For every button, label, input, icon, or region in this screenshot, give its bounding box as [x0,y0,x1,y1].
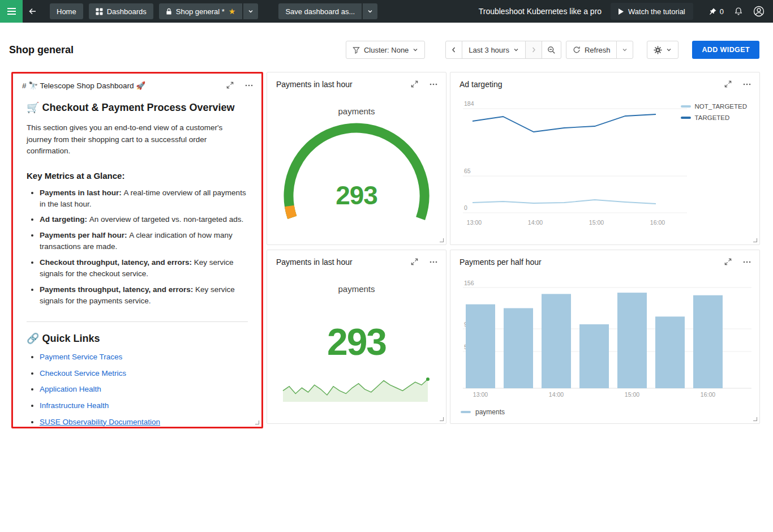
expand-icon [410,258,419,266]
quick-link-item: Infrastructure Health [40,400,248,411]
time-range-label: Last 3 hours [469,46,509,54]
dashboard-settings-button[interactable] [647,41,678,59]
expand-widget-button[interactable] [226,81,234,90]
resize-handle[interactable] [440,417,444,421]
dashboard-name-caret[interactable] [243,3,258,19]
pinned-items-button[interactable]: 0 [703,0,729,23]
svg-text:13:00: 13:00 [473,391,488,398]
svg-text:15:00: 15:00 [589,219,604,226]
ellipsis-icon [429,258,438,267]
chevron-down-icon [413,47,418,53]
quick-link[interactable]: Application Health [40,385,101,393]
refresh-options-caret[interactable] [616,41,633,59]
chart-legend: NOT_TARGETED TARGETED [681,103,747,121]
avatar-icon [753,6,765,17]
svg-text:65: 65 [464,168,471,174]
ellipsis-icon [742,80,751,89]
time-range-group: Last 3 hours [445,41,561,59]
resize-handle[interactable] [440,238,444,242]
time-back-button[interactable] [445,41,462,59]
zoom-out-button[interactable] [542,41,561,59]
lock-icon [166,8,172,15]
widget-menu-button[interactable] [244,81,254,90]
refresh-label: Refresh [585,46,611,54]
svg-text:16:00: 16:00 [650,219,665,226]
quick-link-item: Payment Service Traces [40,351,248,363]
promo-text: Troubleshoot Kubernetes like a pro [479,7,602,16]
svg-text:156: 156 [464,280,474,286]
expand-icon [410,80,419,88]
tutorial-label: Watch the tutorial [628,7,685,16]
svg-text:16:00: 16:00 [701,391,715,398]
widget-menu-button[interactable] [429,258,438,267]
page-title: Shop general [9,44,74,56]
payments-per-half-hour-widget: Payments per half hour 579215613:0014:00… [450,250,760,424]
watch-tutorial-button[interactable]: Watch the tutorial [611,3,693,20]
legend-label: payments [475,408,505,416]
chevron-down-icon [248,8,254,14]
bell-icon [734,7,743,16]
payments-swatch [461,411,471,413]
quick-link[interactable]: Checkout Service Metrics [40,369,126,377]
expand-widget-button[interactable] [410,258,419,267]
dashboard-name-button[interactable]: Shop general * ★ [159,3,243,19]
refresh-icon [573,46,581,54]
quick-link-item: Application Health [40,384,248,395]
expand-widget-button[interactable] [724,258,732,267]
gear-icon [654,46,662,54]
dashboards-button[interactable]: Dashboards [89,3,153,19]
back-button[interactable] [23,0,43,23]
resize-handle[interactable] [753,238,757,242]
add-widget-button[interactable]: ADD WIDGET [692,41,759,59]
widget-title: Payments per half hour [459,258,542,267]
legend-item: NOT_TARGETED [681,103,747,110]
markdown-intro: This section gives you an end-to-end vie… [27,122,248,157]
arrow-left-icon [28,7,37,16]
pin-icon [708,7,717,16]
widget-title: Ad targeting [459,80,503,89]
expand-widget-button[interactable] [724,80,732,89]
svg-text:15:00: 15:00 [625,391,639,398]
resize-handle[interactable] [255,421,259,424]
widget-menu-button[interactable] [742,80,751,89]
home-button[interactable]: Home [50,3,83,19]
quick-link[interactable]: Payment Service Traces [40,353,122,361]
save-dashboard-as-button[interactable]: Save dashboard as... [278,3,362,19]
gauge-value: 293 [267,180,446,211]
header-controls: Cluster: None Last 3 hours [346,41,759,59]
user-avatar-button[interactable] [748,0,770,23]
resize-handle[interactable] [753,417,757,421]
widget-menu-button[interactable] [742,258,751,267]
quick-links-heading: 🔗 Quick Links [27,332,248,345]
refresh-button[interactable]: Refresh [566,41,617,59]
chevron-down-icon [513,47,519,53]
dashboards-label: Dashboards [107,7,147,16]
svg-text:0: 0 [464,204,467,211]
metric-item: Checkout throughput, latency, and errors… [40,257,248,280]
menu-button[interactable] [0,0,23,23]
time-forward-button[interactable] [525,41,542,59]
time-range-button[interactable]: Last 3 hours [462,41,526,59]
quick-link[interactable]: Infrastructure Health [40,401,109,410]
cluster-filter-button[interactable]: Cluster: None [346,41,425,59]
widget-menu-button[interactable] [429,80,438,89]
quick-link[interactable]: SUSE Observability Documentation [40,418,160,426]
chevron-down-icon [666,47,672,53]
chart-legend: payments [461,408,505,416]
save-as-caret[interactable] [363,3,377,19]
notifications-button[interactable] [729,0,748,23]
expand-icon [226,81,234,89]
metrics-heading: Key Metrics at a Glance: [27,171,248,181]
ellipsis-icon [742,258,751,267]
ad-targeting-widget: Ad targeting 06518413:0014:0015:0016:00 … [450,72,760,245]
dashboards-grid-icon [96,8,103,15]
divider [27,321,248,322]
svg-text:14:00: 14:00 [528,219,543,226]
markdown-heading: 🛒 Checkout & Payment Process Overview [27,101,248,114]
page-header: Shop general Cluster: None Last 3 hours [0,23,773,63]
widget-title: # 🔭 Telescope Shop Dashboard 🚀 [22,81,145,90]
refresh-group: Refresh [566,41,634,59]
targeted-swatch [681,117,691,119]
dashboard-app: Home Dashboards Shop general * ★ Save da… [0,0,773,532]
expand-widget-button[interactable] [410,80,419,89]
